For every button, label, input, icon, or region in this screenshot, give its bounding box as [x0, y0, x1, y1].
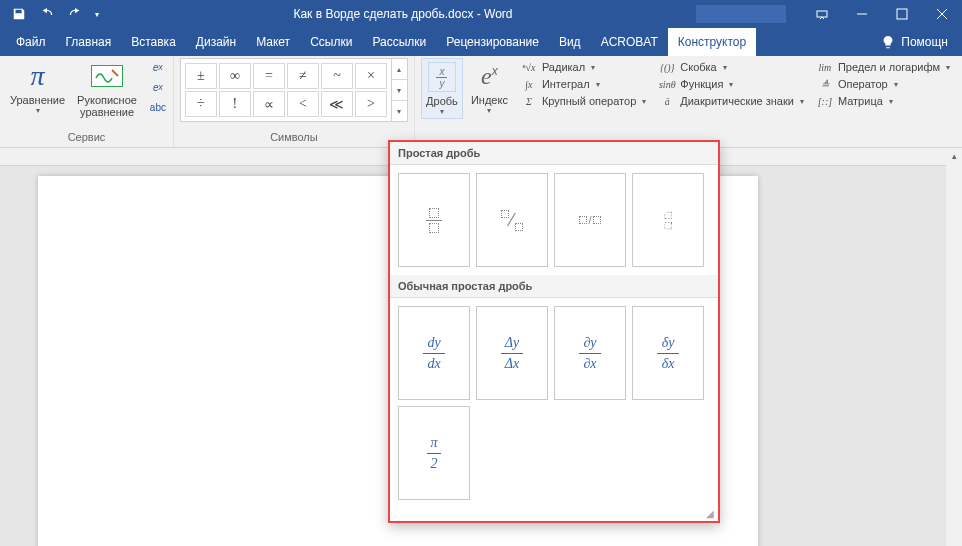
professional-icon[interactable]: ex	[149, 58, 167, 76]
index-button[interactable]: ex Индекс ▾	[467, 58, 512, 117]
struct-col-1: ⁿ√xРадикал▾ ∫xИнтеграл▾ ΣКрупный операто…	[516, 58, 650, 110]
tab-insert[interactable]: Вставка	[121, 28, 186, 56]
chevron-down-icon: ▾	[440, 107, 444, 116]
scroll-up-arrow[interactable]: ▴	[946, 148, 962, 164]
limit-button[interactable]: limПредел и логарифм▾	[816, 60, 950, 74]
symbol-plusminus[interactable]: ±	[185, 63, 217, 89]
ink-equation-icon	[91, 65, 123, 87]
account-area[interactable]	[696, 5, 786, 23]
symbol-scroll: ▴ ▾ ▾	[392, 58, 408, 122]
fraction-icon: xy	[428, 62, 456, 92]
tab-references[interactable]: Ссылки	[300, 28, 362, 56]
large-operator-button[interactable]: ΣКрупный оператор▾	[520, 94, 646, 108]
struct-col-2: {()}Скобка▾ sinθФункция▾ äДиакритические…	[654, 58, 808, 110]
tell-me-help[interactable]: Помощн	[871, 28, 958, 56]
linear-icon[interactable]: ex	[149, 78, 167, 96]
fraction-section2-header: Обычная простая дробь	[390, 275, 718, 298]
fraction-section1-header: Простая дробь	[390, 142, 718, 165]
symbol-equals[interactable]: =	[253, 63, 285, 89]
chevron-down-icon: ▾	[487, 106, 491, 115]
tab-home[interactable]: Главная	[56, 28, 122, 56]
symbol-grid: ± ∞ = ≠ ~ × ÷ ! ∝ < ≪ >	[180, 58, 392, 122]
fraction-common-grid: dydx ΔyΔx ∂y∂x δyδx π2	[390, 298, 718, 508]
tab-mailings[interactable]: Рассылки	[362, 28, 436, 56]
group-tools: π Уравнение ▾ Рукописное уравнение ex ex…	[0, 56, 174, 147]
fraction-linear[interactable]: /	[554, 173, 626, 267]
window-title: Как в Ворде сделать дробь.docx - Word	[110, 7, 696, 21]
accent-button[interactable]: äДиакритические знаки▾	[658, 94, 804, 108]
close-button[interactable]	[922, 0, 962, 28]
symbol-factorial[interactable]: !	[219, 91, 251, 117]
function-icon: sinθ	[658, 77, 676, 91]
ribbon: π Уравнение ▾ Рукописное уравнение ex ex…	[0, 56, 962, 148]
symbol-scroll-up[interactable]: ▴	[392, 59, 407, 80]
tab-layout[interactable]: Макет	[246, 28, 300, 56]
fraction-stacked[interactable]	[398, 173, 470, 267]
undo-button[interactable]	[34, 2, 60, 26]
tab-view[interactable]: Вид	[549, 28, 591, 56]
symbol-expand[interactable]: ▾	[392, 101, 407, 121]
symbol-proportional[interactable]: ∝	[253, 91, 285, 117]
fraction-pi-2[interactable]: π2	[398, 406, 470, 500]
function-button[interactable]: sinθФункция▾	[658, 77, 804, 91]
tab-acrobat[interactable]: ACROBAT	[591, 28, 668, 56]
index-icon: ex	[481, 63, 498, 90]
symbol-scroll-down[interactable]: ▾	[392, 80, 407, 101]
bracket-button[interactable]: {()}Скобка▾	[658, 60, 804, 74]
save-button[interactable]	[6, 2, 32, 26]
symbol-not-equals[interactable]: ≠	[287, 63, 319, 89]
maximize-button[interactable]	[882, 0, 922, 28]
quick-access-toolbar: ▾	[0, 2, 110, 26]
qat-customize[interactable]: ▾	[90, 2, 104, 26]
ink-equation-label: Рукописное уравнение	[77, 94, 137, 118]
pi-icon: π	[31, 60, 45, 92]
integral-button[interactable]: ∫xИнтеграл▾	[520, 77, 646, 91]
symbol-times[interactable]: ×	[355, 63, 387, 89]
minimize-button[interactable]	[842, 0, 882, 28]
fraction-delta-y-x[interactable]: ΔyΔx	[476, 306, 548, 400]
bracket-icon: {()}	[658, 60, 676, 74]
symbol-divide[interactable]: ÷	[185, 91, 217, 117]
ribbon-tabs: Файл Главная Вставка Дизайн Макет Ссылки…	[0, 28, 962, 56]
tab-review[interactable]: Рецензирование	[436, 28, 549, 56]
window-controls	[696, 0, 962, 28]
svg-rect-0	[817, 11, 827, 17]
fraction-small-delta-y-x[interactable]: δyδx	[632, 306, 704, 400]
fraction-partial-y-x[interactable]: ∂y∂x	[554, 306, 626, 400]
operator-icon: ≜	[816, 77, 834, 91]
equation-button[interactable]: π Уравнение ▾	[6, 58, 69, 117]
symbol-infinity[interactable]: ∞	[219, 63, 251, 89]
ribbon-options-button[interactable]	[802, 0, 842, 28]
vertical-scrollbar[interactable]: ▴	[946, 148, 962, 546]
symbol-greater[interactable]: >	[355, 91, 387, 117]
tab-design[interactable]: Дизайн	[186, 28, 246, 56]
index-label: Индекс	[471, 94, 508, 106]
fraction-small[interactable]	[632, 173, 704, 267]
resize-grip-icon[interactable]: ◢	[390, 508, 718, 521]
abc-text-button[interactable]: abc	[149, 98, 167, 116]
title-bar: ▾ Как в Ворде сделать дробь.docx - Word	[0, 0, 962, 28]
fraction-button[interactable]: xy Дробь ▾	[421, 58, 463, 119]
symbol-tilde[interactable]: ~	[321, 63, 353, 89]
radical-icon: ⁿ√x	[520, 60, 538, 74]
fraction-dy-dx[interactable]: dydx	[398, 306, 470, 400]
operator-button[interactable]: ≜Оператор▾	[816, 77, 950, 91]
matrix-button[interactable]: [::]Матрица▾	[816, 94, 950, 108]
accent-icon: ä	[658, 94, 676, 108]
integral-icon: ∫x	[520, 77, 538, 91]
symbol-much-less[interactable]: ≪	[321, 91, 353, 117]
symbol-less[interactable]: <	[287, 91, 319, 117]
tab-constructor[interactable]: Конструктор	[668, 28, 756, 56]
group-structures: xy Дробь ▾ ex Индекс ▾ ⁿ√xРадикал▾ ∫xИнт…	[415, 56, 962, 147]
radical-button[interactable]: ⁿ√xРадикал▾	[520, 60, 646, 74]
fraction-label: Дробь	[426, 95, 458, 107]
tab-file[interactable]: Файл	[6, 28, 56, 56]
chevron-down-icon: ▾	[36, 106, 40, 115]
sigma-icon: Σ	[520, 94, 538, 108]
group-symbols-label: Символы	[180, 131, 408, 145]
group-tools-label: Сервис	[6, 131, 167, 145]
ink-equation-button[interactable]: Рукописное уравнение	[73, 58, 141, 120]
struct-col-3: limПредел и логарифм▾ ≜Оператор▾ [::]Мат…	[812, 58, 954, 110]
fraction-skewed[interactable]: ⁄	[476, 173, 548, 267]
redo-button[interactable]	[62, 2, 88, 26]
